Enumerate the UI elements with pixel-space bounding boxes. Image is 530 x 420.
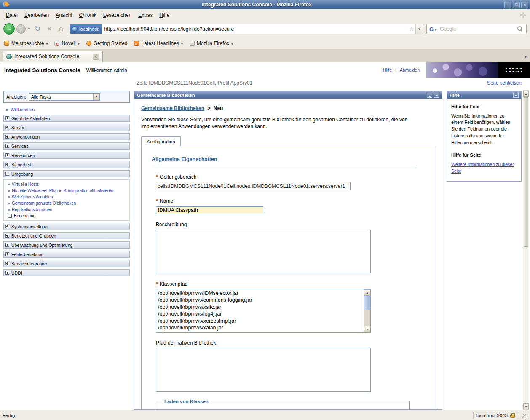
sidebar-item-gemeinsame-bibliotheken[interactable]: Gemeinsam genutzte Bibliotheken: [8, 201, 128, 206]
minimize-button[interactable]: [504, 2, 511, 8]
scroll-down-icon[interactable]: [523, 403, 529, 409]
expand-icon[interactable]: [5, 234, 9, 238]
search-engine-selector[interactable]: [427, 25, 438, 33]
menu-extras[interactable]: Extras: [135, 11, 156, 20]
close-button[interactable]: [521, 2, 528, 8]
sidebar-item-benutzer-gruppen[interactable]: Benutzer und Gruppen: [3, 232, 130, 239]
reload-button[interactable]: [32, 24, 43, 34]
scroll-up-icon[interactable]: [523, 91, 529, 97]
sidebar-item-server[interactable]: Server: [3, 124, 130, 131]
scroll-up-icon[interactable]: [364, 289, 370, 296]
sidebar-item-sicherheit[interactable]: Sicherheit: [3, 161, 130, 168]
sidebar-item-uddi[interactable]: UDDI: [3, 269, 130, 276]
close-page-link[interactable]: Seite schließen: [487, 80, 522, 86]
address-bar[interactable]: localhost https://localhost:9043/ibm/con…: [70, 24, 423, 34]
bookmark-novell[interactable]: Novell: [54, 40, 79, 46]
native-path-textarea[interactable]: [156, 348, 371, 392]
field-label-text: Pfad der nativen Bibliothek: [156, 340, 216, 346]
forward-button[interactable]: [16, 24, 26, 34]
home-button[interactable]: [56, 24, 66, 34]
expand-icon[interactable]: [5, 163, 9, 166]
scrollbar-track[interactable]: [523, 247, 529, 403]
expand-icon[interactable]: [5, 262, 9, 265]
sidebar-item-websphere-variablen[interactable]: WebSphere-Variablen: [8, 195, 128, 199]
search-bar[interactable]: Google: [426, 24, 527, 34]
menu-ansicht[interactable]: Ansicht: [52, 11, 75, 20]
sidebar-item-ressourcen[interactable]: Ressourcen: [3, 152, 130, 159]
menu-bearbeiten[interactable]: Bearbeiten: [21, 11, 52, 20]
logout-link[interactable]: Abmelden: [400, 67, 420, 72]
sidebar-item-label: Willkommen: [11, 107, 35, 112]
status-text: Fertig: [3, 413, 470, 418]
sidebar-item-replikationsdomaenen[interactable]: Replikationsdomänen: [8, 207, 128, 212]
panel-minimize-button[interactable]: [434, 93, 439, 98]
name-input[interactable]: [156, 206, 263, 214]
bookmark-star-icon[interactable]: [408, 25, 415, 33]
expand-icon[interactable]: [5, 144, 9, 148]
expand-icon[interactable]: [5, 243, 9, 247]
tab-integrated-solutions-console[interactable]: Integrated Solutions Console: [3, 51, 103, 62]
sidebar-item-systemverwaltung[interactable]: Systemverwaltung: [3, 223, 130, 230]
site-identity-button[interactable]: localhost: [70, 24, 102, 34]
stop-button[interactable]: [44, 24, 54, 34]
scrollbar-track[interactable]: [364, 310, 370, 326]
scope-input[interactable]: [156, 182, 351, 190]
bookmark-mozilla-firefox[interactable]: Mozilla Firefox: [190, 40, 233, 46]
expand-icon[interactable]: [5, 153, 9, 157]
menu-datei[interactable]: Datei: [3, 11, 21, 20]
menu-chronik[interactable]: Chronik: [75, 11, 99, 20]
search-icon[interactable]: [517, 26, 523, 32]
bookmark-latest-headlines[interactable]: Latest Headlines: [134, 40, 182, 46]
scrollbar-thumb[interactable]: [364, 296, 370, 310]
classpath-scrollbar[interactable]: [364, 289, 370, 332]
back-button[interactable]: [3, 23, 15, 35]
url-text[interactable]: https://localhost:9043/ibm/console/login…: [102, 26, 408, 32]
sidebar-item-virtuelle-hosts[interactable]: Virtuelle Hosts: [8, 182, 128, 187]
sidebar-item-benennung[interactable]: Benennung: [8, 214, 128, 218]
expand-icon[interactable]: [5, 135, 9, 139]
sidebar-item-webserver-plugin[interactable]: Globale Webserver-Plug-in-Konfiguration …: [8, 188, 128, 193]
sidebar-item-anwendungen[interactable]: Anwendungen: [3, 133, 130, 140]
breadcrumb-parent-link[interactable]: Gemeinsame Bibliotheken: [141, 105, 204, 111]
task-filter-select[interactable]: Alle Tasks: [29, 93, 100, 101]
scroll-down-icon[interactable]: [364, 326, 370, 332]
bookmark-getting-started[interactable]: Getting Started: [86, 40, 128, 46]
expand-icon[interactable]: [5, 252, 9, 256]
list-all-tabs-icon[interactable]: [525, 55, 527, 59]
help-field-text: Wenn Sie Informationen zu einem Feld ben…: [451, 113, 517, 146]
tab-konfiguration[interactable]: Konfiguration: [141, 136, 181, 146]
expand-icon[interactable]: [5, 126, 9, 129]
help-page-link[interactable]: Weitere Informationen zu dieser Seite: [451, 162, 514, 174]
sidebar-item-serviceintegration[interactable]: Serviceintegration: [3, 260, 130, 267]
menu-hilfe[interactable]: Hilfe: [156, 11, 173, 20]
scrollbar-thumb[interactable]: [524, 97, 528, 247]
menu-lesezeichen[interactable]: Lesezeichen: [100, 11, 135, 20]
classpath-textarea[interactable]: /opt/novell/rbpmws/IDMselector.jar /opt/…: [156, 289, 371, 333]
sidebar-item-fehlerbehebung[interactable]: Fehlerbehebung: [3, 251, 130, 258]
maximize-button[interactable]: [513, 2, 520, 8]
sidebar-item-services[interactable]: Services: [3, 142, 130, 150]
help-minimize-button[interactable]: [513, 93, 519, 98]
bookmark-meistbesuchte[interactable]: Meistbesuchte: [4, 40, 48, 46]
chevron-down-icon[interactable]: [93, 94, 99, 100]
collapse-icon[interactable]: [5, 172, 9, 176]
security-status[interactable]: localhost:9043: [473, 412, 518, 419]
url-dropdown-button[interactable]: [415, 24, 423, 34]
expand-icon[interactable]: [5, 116, 9, 120]
search-input[interactable]: Google: [438, 26, 517, 32]
sidebar-item-gefuehrte-aktivitaeten[interactable]: Geführte Aktivitäten: [3, 115, 130, 122]
sidebar-item-willkommen[interactable]: Willkommen: [3, 107, 130, 112]
expand-icon[interactable]: [5, 271, 9, 275]
expand-icon[interactable]: [8, 214, 12, 218]
tab-close-icon[interactable]: [93, 54, 99, 60]
help-link[interactable]: Hilfe: [383, 67, 392, 72]
expand-icon[interactable]: [5, 225, 9, 228]
page-scrollbar[interactable]: [523, 90, 529, 410]
resize-grip[interactable]: [522, 414, 527, 420]
description-textarea[interactable]: [156, 230, 371, 273]
panel-help-button[interactable]: [427, 93, 432, 98]
history-dropdown-icon[interactable]: [27, 27, 31, 31]
browser-window: Integrated Solutions Console - Mozilla F…: [0, 0, 530, 420]
sidebar-item-umgebung[interactable]: Umgebung: [3, 170, 130, 177]
sidebar-item-ueberwachung[interactable]: Überwachung und Optimierung: [3, 241, 130, 249]
